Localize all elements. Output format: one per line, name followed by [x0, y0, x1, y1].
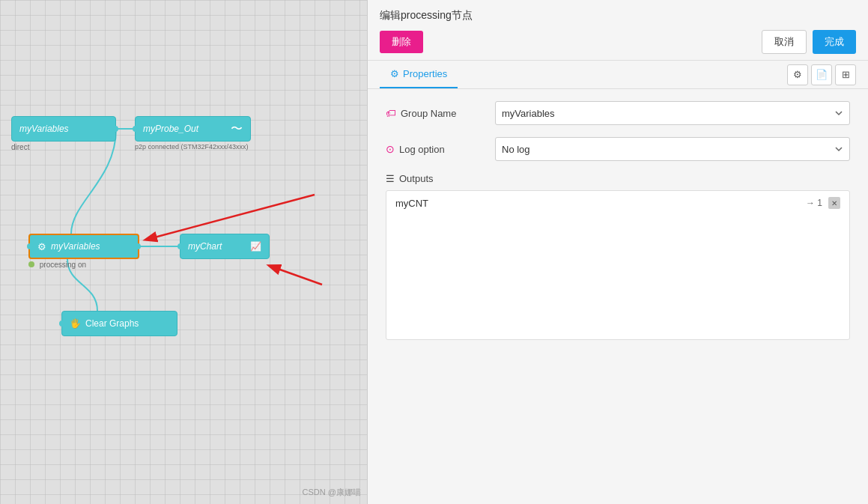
myvariables2-label: myVariables — [51, 241, 100, 252]
svg-line-1 — [270, 266, 322, 285]
tab-icon-gear[interactable]: ⚙ — [787, 64, 808, 85]
node-myvariables2-sublabel: processing on — [28, 261, 86, 269]
log-option-select[interactable]: No log — [495, 137, 850, 161]
port-left-cleargraphs[interactable] — [59, 321, 65, 327]
node-myvariables-1[interactable]: myVariables — [11, 116, 116, 142]
done-button[interactable]: 完成 — [813, 30, 856, 54]
chart-icon: 📈 — [250, 241, 261, 252]
group-name-label: 🏷 Group Name — [386, 107, 483, 119]
output-close-btn[interactable]: ✕ — [828, 197, 840, 209]
editor-toolbar: 删除 取消 完成 — [380, 30, 856, 54]
cleargraphs-label: Clear Graphs — [85, 318, 139, 329]
tab-icon-grid[interactable]: ⊞ — [835, 64, 856, 85]
tab-icons: ⚙ 📄 ⊞ — [787, 64, 856, 85]
gear-icon-node: ⚙ — [37, 241, 46, 252]
output-arrow: → 1 — [806, 198, 822, 208]
outputs-header: ☰ Outputs — [386, 173, 850, 184]
delete-button[interactable]: 删除 — [380, 31, 423, 53]
group-name-row: 🏷 Group Name myVariables — [386, 101, 850, 125]
tag-icon: 🏷 — [386, 107, 396, 119]
watermark: CSDN @康娜喵 — [303, 487, 361, 498]
editor-title: 编辑processing节点 — [380, 9, 856, 22]
flow-canvas[interactable]: myVariables direct myProbe_Out 〜 p2p con… — [0, 0, 367, 504]
hand-icon: 🖐 — [70, 318, 81, 329]
tab-properties[interactable]: ⚙ Properties — [380, 61, 458, 88]
tab-icon-doc[interactable]: 📄 — [811, 64, 832, 85]
myprobe-label: myProbe_Out — [143, 124, 198, 134]
gear-icon-tab: ⚙ — [390, 68, 399, 79]
outputs-list: myCNT → 1 ✕ — [386, 190, 850, 340]
log-option-row: ⊙ Log option No log — [386, 137, 850, 161]
toolbar-right: 取消 完成 — [762, 30, 856, 54]
mychart-label: myChart — [188, 241, 222, 252]
port-left-myprobe[interactable] — [133, 126, 139, 132]
node-myvariables1-sublabel: direct — [11, 143, 29, 151]
tab-properties-label: Properties — [403, 68, 447, 79]
port-right-myvariables2[interactable] — [135, 243, 141, 249]
outputs-section: ☰ Outputs myCNT → 1 ✕ — [386, 173, 850, 340]
node-mychart[interactable]: myChart 📈 — [180, 234, 270, 259]
properties-content: 🏷 Group Name myVariables ⊙ Log option No… — [368, 89, 868, 504]
svg-line-0 — [146, 195, 315, 240]
output-right: → 1 ✕ — [806, 197, 840, 209]
tabs-area: ⚙ Properties ⚙ 📄 ⊞ — [368, 61, 868, 89]
node-clear-graphs[interactable]: 🖐 Clear Graphs — [61, 311, 177, 336]
group-name-select[interactable]: myVariables — [495, 101, 850, 125]
editor-panel: 编辑processing节点 删除 取消 完成 ⚙ Properties ⚙ 📄… — [367, 0, 868, 504]
cancel-button[interactable]: 取消 — [762, 30, 807, 54]
node-myprobe-out[interactable]: myProbe_Out 〜 — [135, 116, 251, 142]
node-myvariables-2[interactable]: ⚙ myVariables — [28, 234, 139, 259]
port-left-myvariables2[interactable] — [27, 243, 33, 249]
output-item-mycnt: myCNT → 1 ✕ — [386, 191, 849, 215]
port-left-mychart[interactable] — [177, 243, 183, 249]
list-icon: ☰ — [386, 173, 395, 184]
port-right-myvariables1[interactable] — [112, 126, 118, 132]
output-name-mycnt: myCNT — [395, 198, 428, 209]
myvariables1-label: myVariables — [19, 124, 69, 134]
log-option-label: ⊙ Log option — [386, 143, 483, 155]
editor-header: 编辑processing节点 删除 取消 完成 — [368, 0, 868, 61]
clock-icon: ⊙ — [386, 143, 395, 155]
node-myprobe-sublabel: p2p connected (STM32F42xxx/43xxx) — [135, 143, 249, 151]
